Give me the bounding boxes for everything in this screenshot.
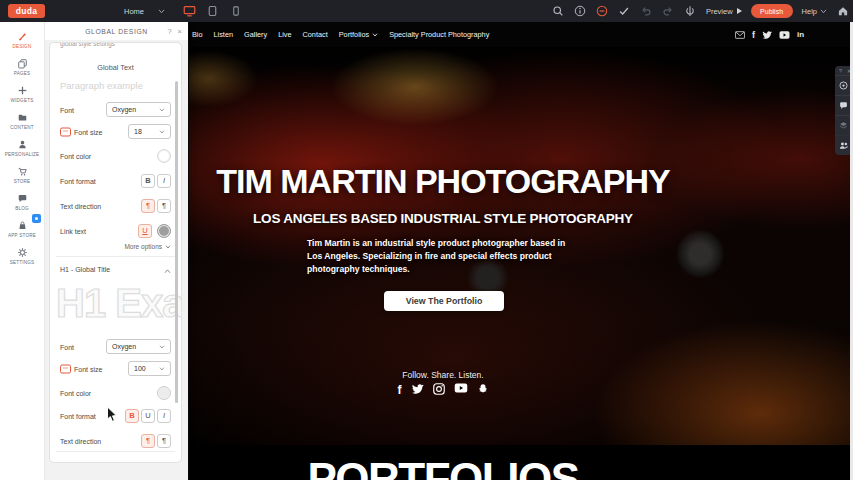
hero-title[interactable]: TIM MARTIN PHOTOGRAPHY <box>189 162 697 201</box>
undo-button[interactable] <box>640 5 653 18</box>
hero-description[interactable]: Tim Martin is an industrial style produc… <box>307 237 575 276</box>
nav-item-listen[interactable]: Listen <box>214 30 233 39</box>
link-underline-button[interactable]: U <box>138 224 152 238</box>
panel-close-button[interactable]: × <box>178 27 182 36</box>
h1-italic-button[interactable]: I <box>157 409 171 423</box>
font-value: Oxygen <box>112 343 136 350</box>
plus-icon <box>17 85 28 96</box>
font-color-label: Font color <box>60 389 91 396</box>
panel-card: global style settings Global Text Paragr… <box>49 42 182 463</box>
preview-label: Preview <box>706 7 733 16</box>
h1-font-select[interactable]: Oxygen <box>106 339 171 354</box>
font-size-value: 18 <box>134 128 142 135</box>
h1-font-color-row: Font color <box>60 385 171 400</box>
section-divider <box>56 256 175 257</box>
sidebar-item-store[interactable]: STORE <box>0 161 44 188</box>
save-check-button[interactable] <box>618 5 631 18</box>
sidebar-item-label: BLOG <box>15 206 29 211</box>
preview-button[interactable]: Preview <box>706 7 742 16</box>
font-color-swatch[interactable] <box>157 149 171 163</box>
text-direction-label: Text direction <box>60 437 101 444</box>
instagram-icon[interactable] <box>433 383 445 395</box>
youtube-icon[interactable] <box>454 383 468 393</box>
help-menu[interactable]: Help <box>802 7 827 16</box>
widget-help-button[interactable]: ? <box>839 68 842 74</box>
site-preview-canvas[interactable]: Bio Listen Gallery Live Contact Portfoli… <box>189 22 853 480</box>
sidebar-item-pages[interactable]: PAGES <box>0 53 44 80</box>
h1-underline-button[interactable]: U <box>141 409 155 423</box>
font-color-label: Font color <box>60 152 91 159</box>
panel-scrollbar[interactable] <box>175 81 179 403</box>
dashboard-home-button[interactable] <box>836 5 849 18</box>
font-select[interactable]: Oxygen <box>106 102 171 117</box>
font-size-label: Font size <box>60 127 102 136</box>
nav-item-specialty[interactable]: Specialty Product Photography <box>389 30 489 39</box>
panel-help-button[interactable]: ? <box>167 27 171 36</box>
desktop-view-button[interactable] <box>178 0 201 22</box>
font-color-row: Font color <box>60 148 171 163</box>
sidebar-item-settings[interactable]: SETTINGS <box>0 242 44 269</box>
account-status-button[interactable] <box>596 5 609 18</box>
h1-ltr-direction-button[interactable]: ¶ <box>141 434 155 448</box>
twitter-icon[interactable] <box>411 383 424 394</box>
hero-social-icons: f <box>189 383 697 397</box>
ltr-direction-button[interactable]: ¶ <box>141 199 155 213</box>
facebook-icon[interactable]: f <box>398 383 402 397</box>
sidebar-item-label: SETTINGS <box>10 260 35 265</box>
tablet-view-button[interactable] <box>201 0 224 22</box>
twitter-icon[interactable] <box>762 30 772 39</box>
email-icon[interactable] <box>735 31 745 39</box>
linkedin-icon[interactable]: in <box>797 30 804 39</box>
sidebar-item-personalize[interactable]: PERSONALIZE <box>0 134 44 161</box>
chevron-up-icon[interactable] <box>164 269 171 274</box>
dev-mode-button[interactable] <box>684 5 697 18</box>
hero-subtitle[interactable]: LOS ANGELES BASED INDUSTRIAL STYLE PHOTO… <box>189 211 697 226</box>
youtube-icon[interactable] <box>779 31 790 39</box>
follow-share-listen-text: Follow. Share. Listen. <box>189 370 697 380</box>
layers-icon <box>839 121 848 130</box>
page-selector[interactable]: Home <box>124 0 165 22</box>
editor-topbar: duda Home <box>0 0 853 22</box>
h1-font-color-swatch[interactable] <box>157 386 171 400</box>
sidebar-item-app-store[interactable]: APP STORE <box>0 215 44 242</box>
text-direction-label: Text direction <box>60 202 101 209</box>
chevron-down-icon <box>820 9 827 14</box>
h1-bold-button[interactable]: B <box>125 409 139 423</box>
info-button[interactable] <box>574 5 587 18</box>
bold-button[interactable]: B <box>141 174 155 188</box>
font-label: Font <box>60 106 74 113</box>
brush-icon <box>17 31 28 42</box>
nav-item-live[interactable]: Live <box>278 30 291 39</box>
nav-item-bio[interactable]: Bio <box>192 30 203 39</box>
nav-item-gallery[interactable]: Gallery <box>244 30 267 39</box>
more-options-label: More options <box>124 243 162 250</box>
chevron-down-icon <box>372 33 378 37</box>
link-text-row: Link text U <box>60 223 171 238</box>
h1-rtl-direction-button[interactable]: ¶ <box>157 434 171 448</box>
publish-button[interactable]: Publish <box>751 4 793 18</box>
gear-icon <box>17 247 28 258</box>
font-size-select[interactable]: 18 <box>128 124 171 139</box>
h1-text-direction-row: Text direction ¶ ¶ <box>60 433 171 448</box>
mobile-view-button[interactable] <box>224 0 247 22</box>
duda-logo[interactable]: duda <box>8 4 45 18</box>
h1-font-size-select[interactable]: 100 <box>128 361 171 376</box>
nav-item-portfolios[interactable]: Portfolios <box>339 30 378 39</box>
sidebar-item-widgets[interactable]: WIDGETS <box>0 80 44 107</box>
facebook-icon[interactable]: f <box>752 30 755 40</box>
search-button[interactable] <box>552 5 565 18</box>
more-options-link[interactable]: More options <box>124 243 171 250</box>
h1-font-size-row: Font size 100 <box>60 361 171 376</box>
rtl-direction-button[interactable]: ¶ <box>157 199 171 213</box>
italic-button[interactable]: I <box>157 174 171 188</box>
link-color-swatch[interactable] <box>157 224 171 238</box>
portfolios-section-title[interactable]: PORTFOLIOS <box>189 454 697 480</box>
sidebar-item-design[interactable]: DESIGN <box>0 26 44 53</box>
nav-item-contact[interactable]: Contact <box>303 30 328 39</box>
chevron-down-icon <box>158 9 165 14</box>
sidebar-item-content[interactable]: CONTENT <box>0 107 44 134</box>
sidebar-item-blog[interactable]: BLOG <box>0 188 44 215</box>
snapchat-icon[interactable] <box>477 383 489 395</box>
view-portfolio-button[interactable]: View The Portfolio <box>384 291 504 311</box>
redo-button[interactable] <box>662 5 675 18</box>
